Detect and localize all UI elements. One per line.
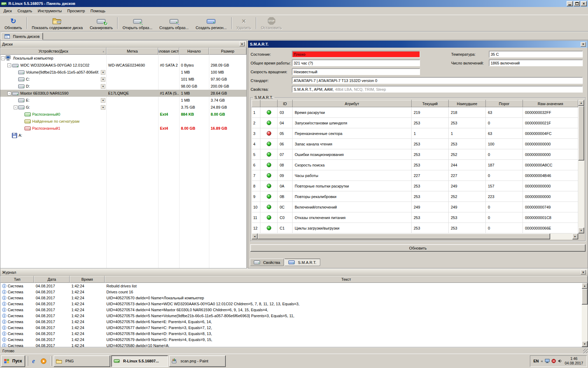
log-row[interactable]: Система04.08.20171:42:24UID=405270577 dw… [0, 325, 582, 330]
tree-collapse-icon[interactable]: - [7, 63, 11, 67]
log-row[interactable]: Система04.08.20171:42:24UID=405270570 dw… [0, 295, 582, 301]
disk-tree-row[interactable]: A: [0, 132, 246, 139]
smart-hscroll-thumb[interactable] [258, 233, 550, 239]
tab-disk-panel[interactable]: Панель дисков [1, 33, 43, 40]
smart-vscroll[interactable]: ▲▼ [578, 100, 584, 233]
language-indicator[interactable]: EN [533, 359, 539, 363]
tree-collapse-icon[interactable]: - [1, 56, 5, 60]
smart-column-current[interactable]: Текущий [412, 100, 449, 107]
smart-column-raw[interactable]: Raw-значения [523, 100, 578, 107]
start-button[interactable]: Пуск [1, 355, 25, 367]
smart-attribute-row[interactable]: 12C1Циклы загрузки/выгрузки2532530000000… [252, 223, 578, 233]
tree-collapse-icon[interactable]: - [14, 105, 18, 109]
log-row[interactable]: Система04.08.20171:42:24UID=405270573 dw… [0, 301, 582, 307]
disk-tree-row[interactable]: C:▼101 MB97.90 GB [0, 76, 246, 83]
maximize-button[interactable] [574, 1, 580, 6]
taskbar-task-rlinux[interactable]: R-Linux 5.5.16807... [111, 355, 168, 367]
disks-column-header-filesystem[interactable]: Файловая система [158, 48, 179, 55]
toolbar-show-disk-content-button[interactable]: Показать содержимое диска [28, 15, 86, 31]
minimize-button[interactable] [567, 1, 573, 6]
taskbar-task-paint[interactable]: scan.png - Paint [169, 355, 226, 367]
smart-vscroll-thumb[interactable] [578, 106, 584, 161]
smart-vscroll-up-arrow-icon[interactable]: ▲ [578, 100, 584, 106]
partition-dropdown-icon[interactable]: ▼ [101, 70, 105, 75]
close-button[interactable]: × [581, 1, 587, 6]
smart-panel-close-button[interactable]: × [581, 42, 586, 47]
disk-tree-row[interactable]: Найденные по сигнатурам [0, 118, 246, 125]
log-column-header-type[interactable]: Тип [0, 276, 34, 283]
smart-vscroll-track[interactable] [578, 106, 584, 227]
log-column-header-time[interactable]: Время [70, 276, 105, 283]
partition-dropdown-icon[interactable]: ▼ [101, 77, 105, 82]
disks-column-header-device[interactable]: Устройство/Диск▲ [0, 48, 106, 55]
disk-tree-row[interactable]: Распознанный1Ext48.00 GB16.89 GB [0, 125, 246, 132]
log-row[interactable]: Система04.08.20171:42:24UID=405270574 dw… [0, 307, 582, 313]
partition-dropdown-icon[interactable]: ▼ [101, 105, 105, 110]
toolbar-create-region-button[interactable]: Создать регион... [192, 15, 230, 31]
smart-attribute-row[interactable]: 608Скорость поиска25324418700000000A8CC [252, 160, 578, 170]
log-vscroll-up-arrow-icon[interactable]: ▲ [582, 283, 588, 289]
log-row[interactable]: Система04.08.20171:42:24UID=405270580 dw… [0, 342, 582, 347]
menu-disk[interactable]: Диск [1, 8, 15, 14]
disks-column-header-label[interactable]: Метка [106, 48, 158, 55]
menu-help[interactable]: Помощь [88, 8, 108, 14]
alert-icon[interactable] [552, 359, 556, 363]
quick-launch-internet-explorer[interactable]: e [30, 356, 39, 366]
disk-tree-row[interactable]: -Локальный компьютер [0, 55, 246, 62]
smart-column-worst[interactable]: Наихудшее [449, 100, 486, 107]
smart-column-attribute[interactable]: Атрибут [293, 100, 412, 107]
smart-attribute-row[interactable]: 11C0Отказы отключения питания25325300000… [252, 212, 578, 223]
disk-tree-row[interactable]: D:▼98.00 GB200.09 GB [0, 83, 246, 90]
log-row[interactable]: Система04.08.20171:42:24Drives count 16 [0, 289, 582, 295]
disk-tree-row[interactable]: -Maxtor 6E030L0 NAR61590E17LQMQE#1 ATA (… [0, 90, 246, 97]
volume-icon[interactable] [558, 359, 562, 363]
menu-tools[interactable]: Инструменты [35, 8, 65, 14]
disk-tree-row[interactable]: E:▼1 MB3.74 GB [0, 97, 246, 104]
log-vscroll-down-arrow-icon[interactable]: ▼ [582, 341, 588, 347]
smart-refresh-button[interactable]: Обновить [250, 244, 586, 252]
smart-attribute-row[interactable]: 204Запуски/остановки шпинделя25325300000… [252, 118, 578, 128]
log-row[interactable]: Система04.08.20171:42:24Rebuild drives l… [0, 283, 582, 289]
smart-attribute-row[interactable]: 103Время раскрутки219218630000000032FF [252, 107, 578, 118]
disks-panel-close-button[interactable]: × [239, 42, 245, 46]
quick-launch-media-player[interactable] [40, 356, 49, 366]
log-row[interactable]: Система04.08.20171:42:24UID=405270575 dw… [0, 313, 582, 319]
log-vscroll-thumb[interactable] [582, 289, 588, 305]
log-row[interactable]: Система04.08.20171:42:24UID=405270579 dw… [0, 336, 582, 342]
toolbar-refresh-button[interactable]: ↻Обновить [1, 15, 26, 31]
display-icon[interactable] [545, 359, 550, 363]
menu-create[interactable]: Создать [15, 8, 35, 14]
smart-hscroll-track[interactable] [258, 233, 572, 239]
log-row[interactable]: Система04.08.20171:42:24UID=405270578 dw… [0, 330, 582, 336]
smart-attribute-row[interactable]: 709Часы работы2272270000000004B46 [252, 170, 578, 181]
toolbar-scan-button[interactable]: ↻Сканировать [86, 15, 116, 31]
disks-column-header-size[interactable]: Размер [209, 48, 246, 55]
smart-attribute-row[interactable]: 90BПовторы рекалибровки25325222300000000… [252, 191, 578, 202]
taskbar-clock[interactable]: 1:4604.08.2017 [565, 356, 583, 366]
log-column-header-date[interactable]: Дата [34, 276, 70, 283]
smart-hscroll-left-arrow-icon[interactable]: ◄ [252, 233, 258, 239]
smart-column-id[interactable]: ID [278, 100, 293, 107]
smart-attribute-row[interactable]: 507Ошибки позиционирования25325200000000… [252, 149, 578, 160]
smart-vscroll-down-arrow-icon[interactable]: ▼ [578, 227, 584, 233]
bottom-tab-properties[interactable]: Свойства [250, 259, 284, 266]
smart-attribute-row[interactable]: 100CВключений/отключений2492490000000000… [252, 202, 578, 212]
menu-view[interactable]: Просмотр [64, 8, 88, 14]
bottom-tab-smart[interactable]: S.M.A.R.T. [285, 259, 320, 266]
toolbar-open-image-button[interactable]: →Открыть образ... [119, 15, 156, 31]
tree-collapse-icon[interactable]: - [7, 91, 11, 95]
log-vscroll-track[interactable] [582, 289, 588, 341]
log-vscroll[interactable]: ▲▼ [582, 283, 588, 347]
partition-dropdown-icon[interactable]: ▼ [101, 98, 105, 103]
log-column-header-text[interactable]: Текст [105, 276, 588, 283]
log-panel-close-button[interactable]: × [581, 270, 586, 274]
disk-tree-row[interactable]: -WDC WD3200AAKS-00YGA0 12.01C02WD-WCASE0… [0, 62, 246, 69]
disk-tree-row[interactable]: Volume{9dfbe21b-66c6-11e5-a057-806e6f.▼1… [0, 69, 246, 76]
smart-attribute-row[interactable]: 305Переназначенные сектора11630000000004… [252, 128, 578, 139]
smart-hscroll[interactable]: ◄► [252, 233, 578, 239]
log-row[interactable]: Система04.08.20171:42:24UID=405270576 dw… [0, 319, 582, 325]
smart-column-threshold[interactable]: Порог [486, 100, 523, 107]
hide-icons-icon[interactable]: « [541, 359, 543, 363]
smart-attribute-row[interactable]: 80AПовторные попытки раскрутки2532491570… [252, 181, 578, 191]
partition-dropdown-icon[interactable]: ▼ [101, 84, 105, 89]
